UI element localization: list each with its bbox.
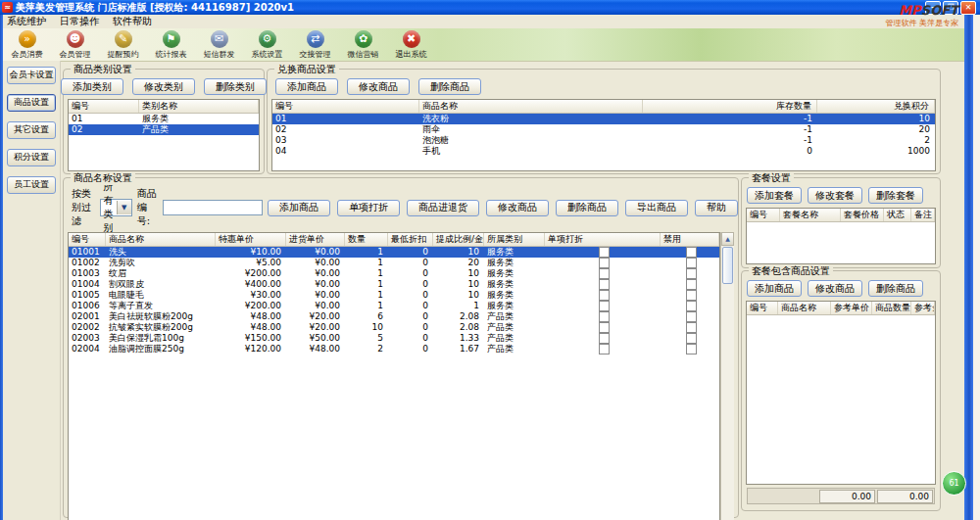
checkbox[interactable] bbox=[686, 279, 697, 290]
table-row[interactable]: 02004油脂调控面膜250g¥120.00¥48.00201.67产品类 bbox=[69, 344, 719, 355]
table-row[interactable]: 01002洗剪吹¥5.00¥0.001020服务类 bbox=[69, 258, 719, 268]
table-header-row[interactable]: 编号商品名称库存数量兑换积分 bbox=[272, 100, 935, 114]
checkbox[interactable] bbox=[686, 301, 697, 311]
checkbox[interactable] bbox=[686, 322, 697, 333]
checkbox[interactable] bbox=[686, 268, 697, 279]
table-row[interactable]: 01服务类 bbox=[69, 114, 259, 124]
table-header-row[interactable]: 编号商品名称参考单价商品数量参考金额 bbox=[747, 302, 935, 315]
checkbox[interactable] bbox=[599, 301, 610, 311]
toolbar-system-settings[interactable]: ⚙ 系统设置 bbox=[243, 30, 291, 60]
export-goods-button[interactable]: 导出商品 bbox=[625, 200, 688, 216]
sidebar-item-goods-settings[interactable]: 商品设置 bbox=[7, 94, 56, 112]
checkbox[interactable] bbox=[599, 311, 610, 322]
table-row[interactable]: 02003美白保湿乳霜100g¥150.00¥50.00501.33产品类 bbox=[69, 333, 719, 344]
checkbox[interactable] bbox=[686, 311, 697, 322]
close-button[interactable]: ✕ bbox=[960, 1, 976, 15]
menu-software-help[interactable]: 软件帮助 bbox=[106, 15, 159, 28]
column-header[interactable]: 数量 bbox=[345, 233, 388, 246]
column-header[interactable]: 商品名称 bbox=[106, 233, 216, 246]
table-row[interactable]: 02产品类 bbox=[69, 124, 259, 135]
column-header[interactable]: 参考单价 bbox=[831, 302, 872, 314]
delete-goods-button[interactable]: 删除商品 bbox=[556, 200, 618, 216]
table-row[interactable]: 02001美白祛斑软膜粉200g¥48.00¥20.00602.08产品类 bbox=[69, 311, 719, 322]
checkbox[interactable] bbox=[686, 333, 697, 344]
column-header[interactable]: 状态 bbox=[884, 209, 911, 221]
sidebar-item-staff-settings[interactable]: 员工设置 bbox=[7, 176, 56, 194]
sidebar-item-other-settings[interactable]: 其它设置 bbox=[7, 121, 56, 139]
toolbar-sms-broadcast[interactable]: ✉ 短信群发 bbox=[195, 30, 243, 60]
goods-code-input[interactable] bbox=[163, 200, 263, 215]
column-header[interactable]: 编号 bbox=[747, 209, 780, 221]
toolbar-statistics-report[interactable]: ⚑ 统计报表 bbox=[147, 30, 195, 60]
table-row[interactable]: 01003纹眉¥200.00¥0.001010服务类 bbox=[69, 268, 719, 279]
goods-in-out-button[interactable]: 商品进退货 bbox=[407, 200, 479, 216]
column-header[interactable]: 商品数量 bbox=[872, 302, 911, 314]
checkbox[interactable] bbox=[599, 258, 610, 268]
column-header[interactable]: 商品名称 bbox=[778, 302, 831, 314]
column-header[interactable]: 所属类别 bbox=[484, 233, 545, 246]
toolbar-wechat-marketing[interactable]: ✿ 微信营销 bbox=[339, 30, 387, 60]
table-row[interactable]: 04手机01000 bbox=[272, 146, 935, 157]
edit-combo-goods-button[interactable]: 修改商品 bbox=[808, 280, 862, 297]
checkbox[interactable] bbox=[599, 322, 610, 333]
checkbox[interactable] bbox=[599, 344, 610, 355]
column-header[interactable]: 特惠单价 bbox=[216, 233, 286, 246]
toolbar-handover-manage[interactable]: ⇄ 交接管理 bbox=[291, 30, 339, 60]
add-combo-goods-button[interactable]: 添加商品 bbox=[747, 280, 802, 297]
column-header[interactable]: 编号 bbox=[69, 100, 139, 113]
table-row[interactable]: 01001洗头¥10.00¥0.001010服务类 bbox=[69, 247, 719, 258]
delete-category-button[interactable]: 删除类别 bbox=[204, 78, 267, 95]
checkbox[interactable] bbox=[686, 258, 697, 268]
checkbox[interactable] bbox=[686, 247, 697, 258]
toolbar-member-consume[interactable]: » 会员消费 bbox=[3, 30, 51, 60]
column-header[interactable]: 参考金额 bbox=[911, 302, 935, 314]
column-header[interactable]: 单项打折 bbox=[545, 233, 661, 246]
column-header[interactable]: 禁用 bbox=[661, 233, 719, 246]
table-header-row[interactable]: 编号类别名称 bbox=[69, 100, 259, 114]
column-header[interactable]: 备注 bbox=[911, 209, 935, 221]
table-row[interactable]: 01004割双眼皮¥400.00¥0.001010服务类 bbox=[69, 279, 719, 290]
add-combo-button[interactable]: 添加套餐 bbox=[747, 187, 802, 204]
category-filter-select[interactable]: 所有类别 ▼ bbox=[100, 199, 131, 216]
scroll-up-icon[interactable]: ▲ bbox=[721, 232, 734, 246]
column-header[interactable]: 套餐价格 bbox=[841, 209, 884, 221]
toolbar-exit-system[interactable]: ✖ 退出系统 bbox=[387, 30, 435, 60]
menu-daily-operation[interactable]: 日常操作 bbox=[53, 15, 106, 28]
column-header[interactable]: 编号 bbox=[69, 233, 106, 246]
delete-combo-goods-button[interactable]: 删除商品 bbox=[868, 280, 923, 297]
goods-table-scrollbar[interactable]: ▲ ▼ bbox=[720, 232, 734, 520]
column-header[interactable]: 类别名称 bbox=[139, 100, 259, 113]
table-row[interactable]: 02002抗皱紧实软膜粉200g¥48.00¥20.001002.08产品类 bbox=[69, 322, 719, 333]
column-header[interactable]: 提成比例/金额 bbox=[433, 233, 484, 246]
table-row[interactable]: 03泡泡糖-12 bbox=[272, 135, 935, 146]
checkbox[interactable] bbox=[599, 333, 610, 344]
checkbox[interactable] bbox=[599, 279, 610, 290]
column-header[interactable]: 库存数量 bbox=[643, 100, 817, 113]
checkbox[interactable] bbox=[599, 268, 610, 279]
help-button[interactable]: 帮助 bbox=[695, 200, 738, 216]
edit-category-button[interactable]: 修改类别 bbox=[132, 78, 195, 95]
delete-exchange-goods-button[interactable]: 删除商品 bbox=[418, 78, 481, 95]
column-header[interactable]: 进货单价 bbox=[286, 233, 345, 246]
add-goods-button[interactable]: 添加商品 bbox=[268, 200, 330, 216]
table-row[interactable]: 02雨伞-120 bbox=[272, 124, 935, 135]
table-header-row[interactable]: 编号套餐名称套餐价格状态备注 bbox=[747, 209, 935, 222]
edit-combo-button[interactable]: 修改套餐 bbox=[808, 187, 862, 204]
checkbox[interactable] bbox=[686, 290, 697, 301]
column-header[interactable]: 商品名称 bbox=[419, 100, 643, 113]
column-header[interactable]: 兑换积分 bbox=[817, 100, 935, 113]
edit-exchange-goods-button[interactable]: 修改商品 bbox=[347, 78, 410, 95]
table-row[interactable]: 01005电眼睫毛¥30.00¥0.001010服务类 bbox=[69, 290, 719, 301]
sidebar-item-points-settings[interactable]: 积分设置 bbox=[7, 149, 56, 166]
table-row[interactable]: 01006等离子直发¥200.00¥0.00101服务类 bbox=[69, 301, 719, 311]
add-category-button[interactable]: 添加类别 bbox=[61, 78, 123, 95]
column-header[interactable]: 编号 bbox=[272, 100, 419, 113]
column-header[interactable]: 最低折扣 bbox=[388, 233, 433, 246]
checkbox[interactable] bbox=[599, 247, 610, 258]
sidebar-item-member-card-settings[interactable]: 会员卡设置 bbox=[7, 67, 56, 84]
single-discount-button[interactable]: 单项打折 bbox=[337, 200, 400, 216]
scroll-thumb[interactable] bbox=[722, 247, 733, 284]
add-exchange-goods-button[interactable]: 添加商品 bbox=[275, 78, 338, 95]
floating-service-badge[interactable]: 61 bbox=[942, 471, 966, 496]
toolbar-member-manage[interactable]: ☻ 会员管理 bbox=[51, 30, 99, 60]
